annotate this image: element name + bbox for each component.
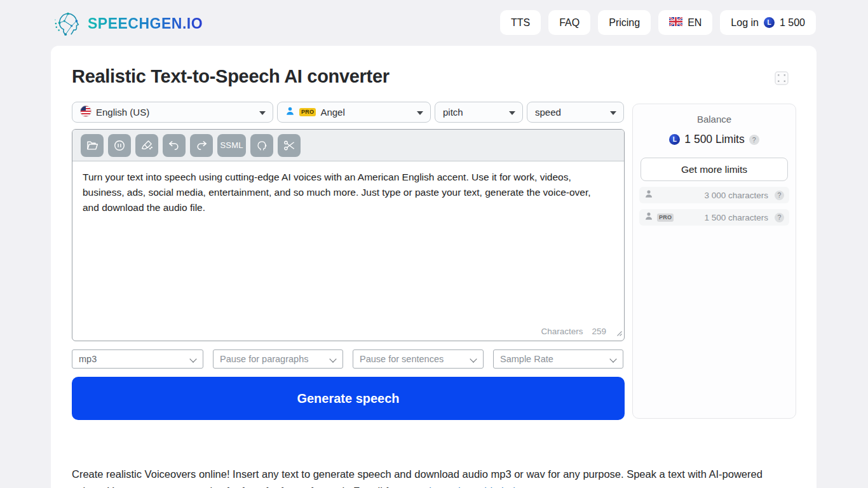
pro-badge: PRO bbox=[657, 214, 674, 222]
footer-description: Create realistic Voiceovers online! Inse… bbox=[72, 466, 771, 488]
text-editor: SSML Turn your text into speech using cu… bbox=[72, 129, 625, 341]
pause-paragraphs-value: Pause for paragraphs bbox=[220, 354, 308, 364]
redo-icon[interactable] bbox=[190, 134, 213, 157]
character-counter: Characters 259 bbox=[541, 327, 606, 336]
voice-select[interactable]: PRO Angel bbox=[277, 102, 431, 123]
open-file-icon[interactable] bbox=[81, 134, 104, 157]
voice-select-value: Angel bbox=[320, 107, 344, 118]
format-select-value: mp3 bbox=[79, 354, 97, 364]
main-card: Realistic Text-to-Speech AI converter bbox=[51, 46, 817, 488]
limits-help-icon[interactable]: ? bbox=[749, 135, 759, 145]
pause-paragraphs-select[interactable]: Pause for paragraphs bbox=[213, 349, 343, 369]
nav-language-label: EN bbox=[688, 17, 702, 29]
ssml-button[interactable]: SSML bbox=[217, 134, 246, 157]
undo-icon[interactable] bbox=[163, 134, 186, 157]
free-limit-value: 3 000 characters bbox=[657, 191, 771, 200]
clean-text-icon[interactable] bbox=[135, 134, 158, 157]
nav-faq[interactable]: FAQ bbox=[548, 10, 590, 35]
pro-limit-help-icon[interactable]: ? bbox=[775, 213, 784, 222]
limits-coin-icon: L bbox=[669, 134, 680, 145]
nav-pricing-label: Pricing bbox=[609, 17, 640, 29]
limits-line: L 1 500 Limits ? bbox=[633, 133, 796, 146]
pause-sentences-select[interactable]: Pause for sentences bbox=[353, 349, 484, 369]
logo-text: SPEECHGEN.IO bbox=[88, 15, 203, 32]
nav-login[interactable]: Log in L 1 500 bbox=[720, 10, 816, 35]
sample-rate-select[interactable]: Sample Rate bbox=[493, 349, 623, 369]
pause-sentences-value: Pause for sentences bbox=[360, 354, 444, 364]
language-select-value: English (US) bbox=[96, 107, 149, 118]
speed-select[interactable]: speed bbox=[527, 102, 624, 123]
balance-title: Balance bbox=[633, 114, 796, 125]
nav-tts-label: TTS bbox=[511, 17, 530, 29]
person-icon bbox=[285, 106, 295, 118]
person-icon bbox=[644, 212, 653, 224]
footer-guide-link[interactable]: learn the guide below. bbox=[429, 485, 531, 488]
page-title: Realistic Text-to-Speech AI converter bbox=[72, 66, 390, 87]
balance-card: Balance L 1 500 Limits ? Get more limits… bbox=[632, 104, 796, 419]
free-limit-help-icon[interactable]: ? bbox=[775, 191, 784, 200]
limits-value: 1 500 Limits bbox=[684, 133, 744, 146]
format-select[interactable]: mp3 bbox=[72, 349, 203, 369]
voice-pro-badge: PRO bbox=[299, 108, 316, 116]
us-flag-icon bbox=[80, 105, 92, 119]
get-more-limits-button[interactable]: Get more limits bbox=[641, 158, 788, 181]
nav-tts[interactable]: TTS bbox=[500, 10, 541, 35]
pitch-select-value: pitch bbox=[443, 107, 463, 118]
output-options-row: mp3 Pause for paragraphs Pause for sente… bbox=[72, 349, 623, 369]
uk-flag-icon bbox=[669, 17, 682, 29]
sample-rate-value: Sample Rate bbox=[500, 354, 553, 364]
person-icon bbox=[644, 189, 653, 201]
credits-value: 1 500 bbox=[780, 17, 805, 29]
fullscreen-icon[interactable] bbox=[775, 71, 789, 88]
footer-description-text: Create realistic Voiceovers online! Inse… bbox=[72, 468, 763, 488]
pro-limit-value: 1 500 characters bbox=[677, 213, 771, 222]
pause-icon[interactable] bbox=[108, 134, 131, 157]
voice-options-row: English (US) PRO Angel pitch speed bbox=[72, 102, 624, 123]
generate-speech-button[interactable]: Generate speech bbox=[72, 377, 625, 420]
cut-icon[interactable] bbox=[278, 134, 301, 157]
nav-faq-label: FAQ bbox=[559, 17, 580, 29]
main-nav: TTS FAQ Pricing EN Log in L 1 bbox=[500, 10, 816, 35]
editor-toolbar: SSML bbox=[72, 130, 624, 161]
nav-language[interactable]: EN bbox=[658, 10, 712, 35]
logo-head-icon bbox=[53, 8, 83, 39]
credits-coin-icon: L bbox=[764, 17, 775, 28]
header: SPEECHGEN.IO TTS FAQ Pricing EN bbox=[0, 0, 868, 46]
language-select[interactable]: English (US) bbox=[72, 102, 273, 123]
character-count-value: 259 bbox=[592, 327, 606, 336]
login-label: Log in bbox=[731, 17, 759, 29]
pronunciation-icon[interactable] bbox=[250, 134, 273, 157]
resize-handle-icon[interactable] bbox=[616, 327, 622, 339]
free-limit-row: 3 000 characters ? bbox=[639, 187, 789, 203]
character-counter-label: Characters bbox=[541, 327, 583, 336]
page: SPEECHGEN.IO TTS FAQ Pricing EN bbox=[0, 0, 868, 488]
pitch-select[interactable]: pitch bbox=[435, 102, 523, 123]
speed-select-value: speed bbox=[535, 107, 561, 118]
nav-pricing[interactable]: Pricing bbox=[598, 10, 651, 35]
text-input-area[interactable]: Turn your text into speech using cutting… bbox=[72, 161, 616, 308]
logo[interactable]: SPEECHGEN.IO bbox=[53, 8, 203, 39]
pro-limit-row: PRO 1 500 characters ? bbox=[639, 209, 789, 226]
